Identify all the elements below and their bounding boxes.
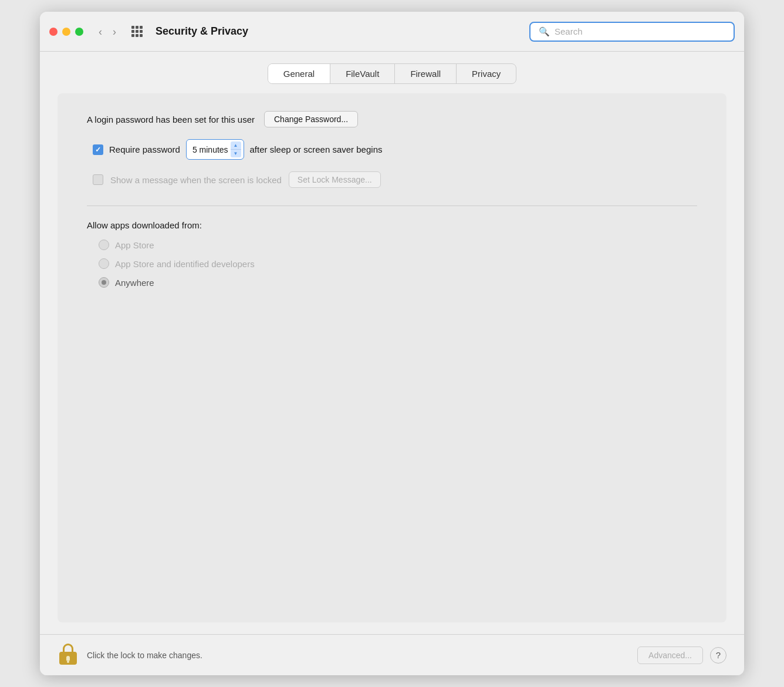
tabs-container: General FileVault Firewall Privacy: [40, 52, 744, 93]
set-lock-message-button[interactable]: Set Lock Message...: [289, 171, 381, 188]
require-password-label: Require password: [109, 144, 180, 154]
radio-app-store-identified: App Store and identified developers: [99, 258, 697, 269]
nav-buttons: ‹ ›: [95, 24, 120, 39]
section-divider: [87, 206, 697, 206]
time-value: 5 minutes: [192, 145, 228, 154]
downloads-section: Allow apps downloaded from: App Store Ap…: [87, 220, 697, 288]
after-sleep-text: after sleep or screen saver begins: [250, 144, 383, 154]
close-button[interactable]: [49, 28, 58, 36]
maximize-button[interactable]: [75, 28, 83, 36]
radio-app-store: App Store: [99, 240, 697, 250]
stepper-down-icon[interactable]: ▼: [231, 150, 241, 157]
require-password-row: Require password 5 minutes ▲ ▼ after sle…: [93, 139, 697, 160]
tab-general[interactable]: General: [268, 64, 330, 83]
titlebar: ‹ › Security & Privacy 🔍: [40, 12, 744, 52]
lock-icon[interactable]: [58, 644, 79, 667]
show-message-label: Show a message when the screen is locked: [110, 175, 282, 185]
search-box[interactable]: 🔍: [529, 22, 735, 42]
tab-filevault[interactable]: FileVault: [330, 64, 395, 83]
minimize-button[interactable]: [62, 28, 70, 36]
radio-options: App Store App Store and identified devel…: [99, 240, 697, 288]
lock-text: Click the lock to make changes.: [87, 651, 637, 660]
time-stepper[interactable]: ▲ ▼: [231, 142, 241, 157]
back-button[interactable]: ‹: [95, 24, 106, 39]
window-title: Security & Privacy: [156, 25, 522, 38]
change-password-button[interactable]: Change Password...: [264, 111, 358, 127]
allow-apps-title: Allow apps downloaded from:: [87, 220, 697, 230]
help-button[interactable]: ?: [710, 647, 726, 664]
radio-app-store-identified-input[interactable]: [99, 258, 109, 269]
advanced-button[interactable]: Advanced...: [637, 646, 703, 664]
lock-shackle: [63, 644, 73, 652]
search-icon: 🔍: [539, 26, 550, 37]
tab-firewall[interactable]: Firewall: [395, 64, 457, 83]
tab-privacy[interactable]: Privacy: [457, 64, 516, 83]
radio-app-store-label: App Store: [115, 240, 154, 250]
require-password-checkbox[interactable]: [93, 144, 103, 155]
tabs: General FileVault Firewall Privacy: [268, 63, 517, 84]
bottom-right: Advanced... ?: [637, 646, 726, 664]
search-input[interactable]: [555, 26, 725, 36]
lock-keyhole: [66, 656, 70, 661]
login-password-text: A login password has been set for this u…: [87, 114, 255, 124]
radio-app-store-identified-label: App Store and identified developers: [115, 259, 255, 269]
radio-anywhere-label: Anywhere: [115, 278, 154, 288]
content-panel: A login password has been set for this u…: [58, 93, 726, 622]
radio-anywhere: Anywhere: [99, 277, 697, 288]
login-row: A login password has been set for this u…: [87, 111, 697, 127]
lock-body: [59, 652, 77, 665]
grid-icon[interactable]: [131, 26, 143, 37]
stepper-up-icon[interactable]: ▲: [231, 142, 241, 150]
radio-app-store-input[interactable]: [99, 240, 109, 250]
forward-button[interactable]: ›: [109, 24, 120, 39]
show-message-checkbox[interactable]: [93, 174, 103, 185]
lock-message-row: Show a message when the screen is locked…: [93, 171, 697, 188]
password-section: A login password has been set for this u…: [87, 111, 697, 188]
time-dropdown[interactable]: 5 minutes ▲ ▼: [186, 139, 244, 160]
radio-anywhere-input[interactable]: [99, 277, 109, 288]
main-window: ‹ › Security & Privacy 🔍 General FileVau…: [40, 12, 744, 675]
bottom-bar: Click the lock to make changes. Advanced…: [40, 634, 744, 675]
traffic-lights: [49, 28, 83, 36]
